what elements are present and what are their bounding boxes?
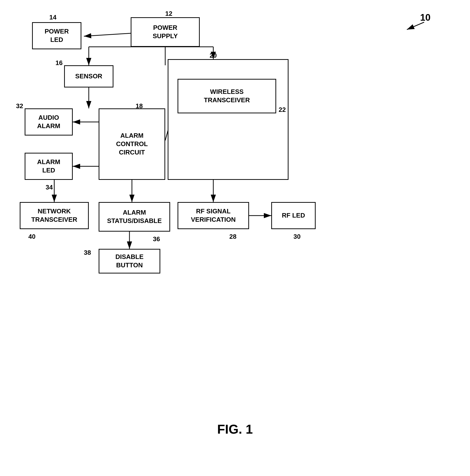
ref-38: 38 (84, 249, 91, 256)
disable-button-box: DISABLEBUTTON (99, 249, 160, 273)
network-transceiver-box: NETWORKTRANSCEIVER (20, 202, 89, 229)
rf-signal-verification-label: RF SIGNALVERIFICATION (191, 207, 236, 224)
ref-10: 10 (420, 12, 431, 23)
ref-28: 28 (229, 233, 236, 240)
ref-18: 18 (136, 102, 143, 110)
ref-34: 34 (46, 184, 53, 191)
wireless-transceiver-label: WIRELESSTRANSCEIVER (204, 88, 250, 104)
rf-led-box: RF LED (271, 202, 316, 229)
power-led-label: POWERLED (45, 27, 69, 44)
audio-alarm-label: AUDIOALARM (37, 114, 60, 130)
figure-label: FIG. 1 (217, 422, 253, 437)
ref-12: 12 (165, 10, 172, 17)
network-transceiver-label: NETWORKTRANSCEIVER (31, 207, 77, 224)
power-supply-box: POWERSUPPLY (131, 17, 200, 47)
wireless-transceiver-outer-box (168, 59, 289, 180)
alarm-status-box: ALARMSTATUS/DISABLE (99, 202, 170, 232)
alarm-led-box: ALARMLED (25, 153, 73, 180)
ref-36: 36 (153, 235, 160, 243)
ref-32: 32 (16, 102, 23, 110)
sensor-label: SENSOR (75, 72, 102, 81)
svg-line-17 (407, 22, 424, 30)
alarm-status-label: ALARMSTATUS/DISABLE (107, 208, 162, 225)
rf-signal-verification-box: RF SIGNALVERIFICATION (178, 202, 249, 229)
ref-30: 30 (293, 233, 301, 240)
power-led-box: POWERLED (32, 22, 81, 49)
disable-button-label: DISABLEBUTTON (115, 253, 144, 270)
svg-line-2 (84, 33, 131, 36)
rf-led-label: RF LED (282, 211, 305, 220)
ref-22: 22 (279, 106, 286, 114)
ref-40: 40 (28, 233, 36, 240)
ref-16: 16 (55, 59, 63, 67)
alarm-led-label: ALARMLED (37, 158, 60, 175)
power-supply-label: POWERSUPPLY (153, 24, 178, 40)
alarm-control-label: ALARMCONTROLCIRCUIT (116, 132, 148, 156)
diagram: 10 POWERSUPPLY 12 POWERLED 14 SENSOR 16 … (0, 0, 470, 476)
ref-14: 14 (49, 14, 56, 21)
wireless-transceiver-inner-box: WIRELESSTRANSCEIVER (178, 79, 276, 113)
sensor-box: SENSOR (64, 65, 113, 87)
alarm-control-box: ALARMCONTROLCIRCUIT (99, 108, 165, 180)
audio-alarm-box: AUDIOALARM (25, 108, 73, 136)
ref-20: 20 (210, 52, 217, 59)
